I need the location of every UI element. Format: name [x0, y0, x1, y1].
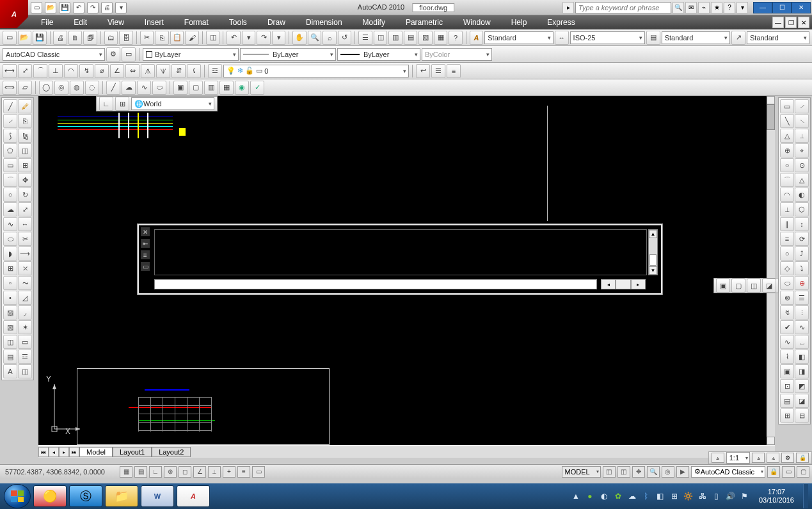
tray-flag-icon[interactable]: ⚑ [740, 491, 750, 501]
copy-icon[interactable]: ⎘ [155, 31, 169, 45]
region2-icon[interactable]: ◫ [3, 335, 17, 349]
tray-bt-icon[interactable]: ᛒ [641, 491, 651, 501]
rr15-icon[interactable]: ⋮ [795, 305, 809, 319]
lwt-toggle[interactable]: ≡ [237, 466, 250, 478]
r2-icon[interactable]: ╲ [780, 114, 794, 128]
tray-app3-icon[interactable]: ✿ [613, 491, 623, 501]
dim-ordinate-icon[interactable]: ⊥ [49, 64, 63, 78]
tab-nav-first-icon[interactable]: ⏮ [38, 447, 49, 457]
doc-close-button[interactable]: ✕ [798, 17, 809, 28]
command-input[interactable] [154, 279, 597, 289]
cmd-scroll-down-icon[interactable]: ▼ [649, 266, 657, 275]
spline2-icon[interactable]: ∿ [3, 217, 17, 231]
cmd-scroll-right-icon[interactable]: ▸ [631, 279, 646, 289]
task-autocad[interactable]: A [177, 485, 210, 507]
mleaderstyle-icon[interactable]: ↗ [731, 31, 745, 45]
subscription-icon[interactable]: ⌁ [698, 2, 710, 13]
minimize-button[interactable]: — [753, 2, 772, 13]
save-icon[interactable]: 💾 [33, 31, 47, 45]
render-icon[interactable]: ◉ [235, 81, 249, 95]
menu-draw[interactable]: Draw [257, 16, 296, 29]
tab-layout2[interactable]: Layout2 [152, 447, 191, 457]
undo-list-icon[interactable]: ▾ [242, 31, 256, 45]
menu-view[interactable]: View [97, 16, 134, 29]
rr5-icon[interactable]: ⊙ [795, 158, 809, 172]
tray-volume-icon[interactable]: 🔊 [726, 491, 736, 501]
cmdwin-opts-icon[interactable]: ≡ [141, 250, 150, 259]
dim-angular-icon[interactable]: ∠ [110, 64, 124, 78]
menu-dimension[interactable]: Dimension [296, 16, 353, 29]
annoscale-icon[interactable]: ⟁ [712, 453, 724, 463]
block-icon[interactable]: ▫ [3, 276, 17, 290]
revcloud2-icon[interactable]: ☁ [3, 202, 17, 216]
qat-open-icon[interactable]: 📂 [45, 2, 56, 13]
tray-app1-icon[interactable]: ● [585, 491, 595, 501]
send-back-icon[interactable]: ▢ [731, 279, 745, 293]
rr12-icon[interactable]: ⤵ [795, 261, 809, 275]
command-window[interactable]: ✕ ⇤ ≡ ▭ ▲ ▼ ◂ ▸ [138, 224, 662, 295]
otrack-toggle[interactable]: ∠ [193, 466, 206, 478]
quickview-drawings-icon[interactable]: ◫ [617, 466, 630, 478]
new-icon[interactable]: ▭ [3, 31, 17, 45]
search-input[interactable] [575, 2, 671, 13]
r14-icon[interactable]: ⊗ [780, 291, 794, 305]
menu-help[interactable]: Help [501, 16, 537, 29]
layer-previous-icon[interactable]: ↩ [416, 64, 430, 78]
dim-baseline-icon[interactable]: ⩚ [141, 64, 155, 78]
redo-icon[interactable]: ↷ [257, 31, 271, 45]
pan-icon[interactable]: ✋ [292, 31, 306, 45]
linetype-combo[interactable]: ByLayer [240, 48, 336, 61]
menu-insert[interactable]: Insert [134, 16, 174, 29]
layer-manager-icon[interactable]: ☲ [208, 64, 222, 78]
help2-icon[interactable]: ? [449, 31, 463, 45]
r18-icon[interactable]: ⌇ [780, 350, 794, 364]
workspace-settings-icon[interactable]: ⚙ [106, 47, 120, 61]
layer-iso-icon[interactable]: ≡ [447, 64, 461, 78]
r12-icon[interactable]: ◇ [780, 261, 794, 275]
dim-diameter-icon[interactable]: ⌀ [95, 64, 109, 78]
dim-continue-icon[interactable]: ⩛ [156, 64, 170, 78]
sheetset2-icon[interactable]: ▤ [404, 31, 418, 45]
offset-icon[interactable]: ◫ [18, 143, 32, 158]
stretch-icon[interactable]: ↔ [18, 217, 32, 231]
point-icon[interactable]: • [3, 291, 17, 305]
task-word[interactable]: W [141, 485, 174, 507]
polygon-icon[interactable]: ⬠ [3, 143, 17, 158]
dyn-toggle[interactable]: + [223, 466, 235, 478]
cut-icon[interactable]: ✂ [140, 31, 154, 45]
rr19-icon[interactable]: ◨ [795, 364, 809, 378]
cmd-scroll-up-icon[interactable]: ▲ [649, 230, 657, 238]
cmdwin-close-icon[interactable]: ✕ [141, 227, 150, 236]
r5-icon[interactable]: ○ [780, 158, 794, 172]
tool-palettes-icon[interactable]: ▥ [388, 31, 402, 45]
menu-window[interactable]: Window [453, 16, 501, 29]
cmdwin-pin-icon[interactable]: ⇤ [141, 239, 150, 248]
view1-icon[interactable]: ▣ [173, 81, 187, 95]
search-dropdown-icon[interactable]: ▸ [562, 2, 574, 13]
taskbar-clock[interactable]: 17:07 03/10/2016 [754, 488, 799, 505]
r3-icon[interactable]: △ [780, 129, 794, 143]
trim-icon[interactable]: ✂ [18, 232, 32, 246]
circle-icon[interactable]: ○ [3, 188, 17, 202]
nav-zoom-icon[interactable]: 🔍 [647, 466, 660, 478]
dim-aligned-icon[interactable]: ⤢ [18, 64, 32, 78]
zoom-previous-icon[interactable]: ↺ [338, 31, 352, 45]
layer-color-combo[interactable]: ByLayer [143, 48, 239, 61]
favorites-icon[interactable]: ★ [711, 2, 722, 13]
extra-modify-icon[interactable]: ◫ [18, 364, 32, 378]
polar-toggle[interactable]: ⊛ [164, 466, 177, 478]
undo-icon[interactable]: ↶ [227, 31, 241, 45]
view2-icon[interactable]: ▢ [189, 81, 203, 95]
boundary-icon[interactable]: ◎ [54, 81, 68, 95]
menu-tools[interactable]: Tools [219, 16, 257, 29]
tray-network-icon[interactable]: 🖧 [697, 491, 708, 501]
region-icon[interactable]: ◯ [39, 81, 53, 95]
menu-modify[interactable]: Modify [353, 16, 395, 29]
spline-icon[interactable]: ∿ [137, 81, 151, 95]
rr1-icon[interactable]: ⟋ [795, 99, 809, 113]
command-history[interactable] [154, 229, 647, 275]
qp-toggle[interactable]: ▭ [252, 466, 265, 478]
ortho-toggle[interactable]: ∟ [149, 466, 162, 478]
rr8-icon[interactable]: ⬡ [795, 202, 809, 216]
annoauto-icon[interactable]: ⟁ [767, 453, 779, 463]
